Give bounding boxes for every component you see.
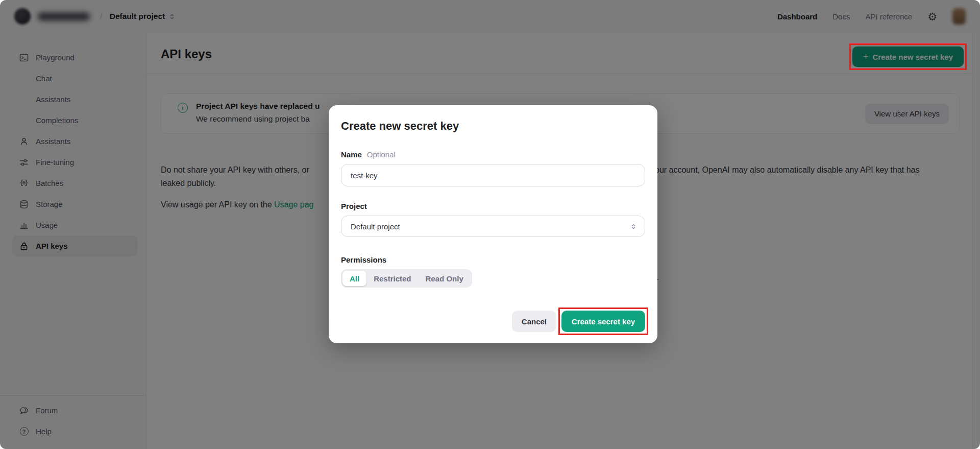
app-window: / Default project Dashboard Docs API ref… [0,0,980,449]
create-secret-key-modal: Create new secret key Name Optional Proj… [329,105,657,343]
project-select-value: Default project [351,222,400,231]
cancel-button[interactable]: Cancel [512,311,556,332]
chevron-updown-icon [630,223,636,230]
name-optional-hint: Optional [367,150,396,159]
name-label: Name [341,150,362,159]
permissions-label: Permissions [341,255,645,264]
create-secret-key-button[interactable]: Create secret key [561,311,645,332]
permissions-option-restricted[interactable]: Restricted [366,271,418,286]
name-field-label-row: Name Optional [341,150,645,159]
key-name-input[interactable] [341,164,645,186]
permissions-option-all[interactable]: All [342,271,366,286]
project-select[interactable]: Default project [341,216,645,237]
project-label: Project [341,202,645,210]
modal-footer: Cancel Create secret key [512,311,645,332]
permissions-option-read-only[interactable]: Read Only [419,271,471,286]
modal-title: Create new secret key [341,120,645,133]
permissions-segmented-control: All Restricted Read Only [341,269,472,288]
